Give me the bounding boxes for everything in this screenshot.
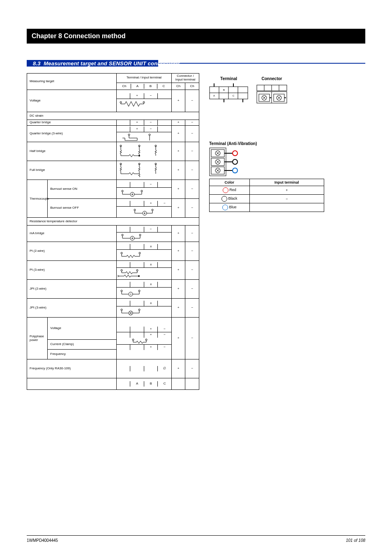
lbl-red: Red: [229, 188, 236, 192]
cell-black: Black: [210, 195, 250, 203]
row-half-label: Half bridge: [27, 142, 117, 161]
group-poly: Polyphase power: [27, 318, 48, 359]
cell-poly-plus: +: [171, 318, 185, 359]
svg-point-0: [120, 101, 122, 103]
svg-point-3: [149, 134, 150, 136]
group-tc: Thermocouple: [27, 180, 48, 218]
row-voltage-diag: + −: [116, 90, 171, 112]
row-current-label: Current (Clamp): [48, 340, 117, 350]
row-full-label: Full bridge: [27, 161, 117, 180]
cell-half-plus: +: [171, 142, 185, 161]
svg-point-11: [122, 190, 123, 192]
cell-f2-b: +: [144, 345, 158, 350]
svg-point-16: [152, 209, 153, 211]
row-pt3-label: Pt (3-wire): [27, 261, 117, 280]
cell-quarter3-minus: −: [185, 126, 199, 142]
chapter-bar: Chapter 8 Connection method: [27, 29, 365, 44]
cell-pt2-minus: −: [185, 242, 199, 261]
th-c: C: [163, 84, 165, 88]
cell-pt3-minus: −: [185, 261, 199, 280]
row-quarter3-diag: + −: [116, 126, 171, 142]
cell-black-val: −: [249, 195, 324, 203]
row-ma-label: mA bridge: [27, 226, 117, 242]
cell-v2-c: −: [158, 327, 171, 332]
black-ring-icon: [221, 196, 227, 202]
cell-tc-off-plus: +: [171, 199, 185, 218]
cell-poly-minus: −: [185, 318, 199, 359]
row-freqonly-diag: ∅: [116, 359, 171, 378]
pt-3wire-icon: [117, 268, 158, 279]
th-ch-abc: Ch A B C: [116, 83, 171, 90]
cell-quarter3-a: +: [130, 127, 144, 132]
cell-bot-b: B: [144, 381, 158, 387]
svg-text:B: B: [223, 89, 225, 91]
cell-jpt2-plus: +: [171, 280, 185, 299]
cell-blue: Blue: [210, 203, 250, 212]
cell-red: Red: [210, 186, 250, 195]
resistor-icon: [117, 99, 158, 109]
svg-point-13: [141, 190, 143, 192]
cell-bot-plus: [171, 378, 185, 390]
row-quarter-label: Quarter bridge: [27, 120, 117, 126]
row-quarter3-label: Quarter bridge (3-wire): [27, 126, 117, 142]
red-ring-icon: [223, 187, 228, 193]
cell-jpt2-minus: −: [185, 280, 199, 299]
cell-tc-off-c: −: [158, 201, 171, 206]
cell-ma-plus: +: [171, 226, 185, 242]
cell-voltage-minus: −: [185, 90, 199, 112]
cell-tc-off-minus: −: [185, 199, 199, 218]
bridge-3wire-icon: [117, 132, 158, 141]
svg-point-30: [138, 309, 140, 311]
lead-color-table: Color Input terminal Red + Black − Blue: [209, 179, 324, 212]
row-pt2-diag: ±: [116, 242, 171, 261]
svg-point-23: [136, 269, 138, 271]
page-footer: 1WMPD4004445 101 of 108: [27, 535, 365, 543]
svg-point-24: [138, 275, 140, 277]
clamp-resistor-icon: [117, 338, 158, 344]
th-target: Measuring target: [27, 74, 117, 90]
svg-point-1: [143, 101, 145, 103]
row-tc-off-label: Burnout sense OFF: [48, 199, 117, 218]
thermocouple-off-icon: [117, 207, 158, 216]
svg-point-19: [139, 234, 141, 236]
svg-point-49: [233, 159, 238, 164]
cell-voltage-plus: +: [171, 90, 185, 112]
tc-on-label: ON: [72, 187, 77, 191]
svg-point-46: [233, 151, 238, 156]
cell-full-plus: +: [171, 161, 185, 180]
lbl-black: Black: [228, 196, 238, 200]
row-tc-off-diag: + −: [116, 199, 171, 218]
cell-freqonly-minus: −: [185, 359, 199, 378]
svg-point-27: [138, 290, 140, 292]
cell-jpt2-b: ±: [144, 282, 158, 287]
svg-text:A: A: [213, 94, 215, 97]
row-freq2-label: Frequency: [48, 350, 117, 359]
th-connector: Connector / Input terminal: [171, 74, 199, 83]
blue-ring-icon: [222, 205, 228, 210]
row-tc-on: Burnout sense ON: [48, 180, 117, 199]
svg-point-22: [121, 269, 122, 271]
cell-quarter-a: +: [130, 120, 144, 125]
svg-point-28: [121, 309, 122, 311]
half-bridge-icon: [117, 144, 162, 159]
th-b: B: [150, 84, 152, 88]
row-bottom-diag: A B C: [116, 378, 171, 390]
cell-cur-b: +: [144, 332, 158, 338]
vibration-terminal-icon: [209, 147, 246, 176]
svg-point-20: [121, 252, 122, 254]
th-ch: Ch: [122, 84, 126, 88]
terminal-heading: Terminal: [209, 76, 248, 81]
section-number: 8.3: [33, 60, 41, 67]
row-ma-diag: −: [116, 226, 171, 242]
cell-jpt3-b: ±: [144, 301, 158, 306]
tc-prefix2: Burnout sense: [50, 206, 71, 210]
cell-ma-b: −: [144, 227, 158, 232]
row-half-diag: [116, 142, 171, 161]
connector-figure: [256, 83, 287, 105]
svg-point-4: [138, 155, 140, 157]
row-voltage2-label: Voltage: [48, 318, 117, 340]
th-color: Color: [210, 179, 250, 186]
th-ch3: Ch: [185, 83, 199, 90]
row-full-diag: [116, 161, 171, 180]
group-rtd: Resistance temperature detector: [27, 218, 199, 226]
